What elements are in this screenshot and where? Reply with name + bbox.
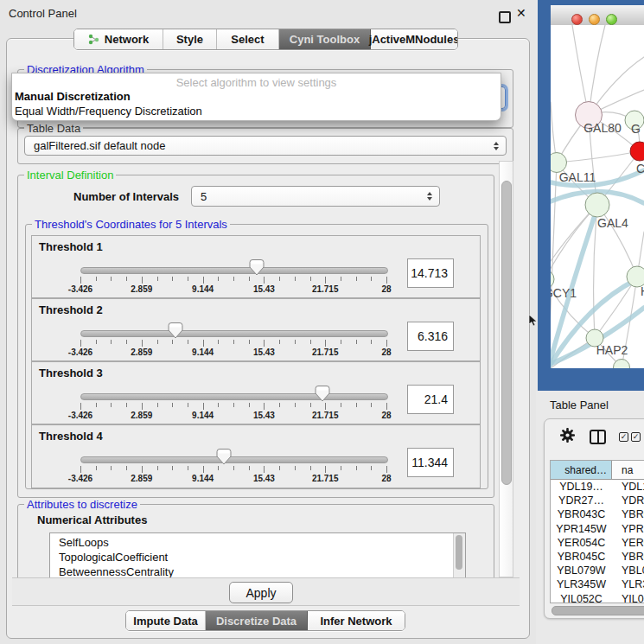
cell-shared-name[interactable]: YLR345W <box>551 578 612 590</box>
threshold-value-field[interactable]: 21.4 <box>407 385 454 414</box>
cell-name[interactable]: YER0 <box>612 537 644 549</box>
panel-scrollbar[interactable] <box>499 161 513 577</box>
table-data-combobox[interactable]: galFiltered.sif default node <box>24 136 507 156</box>
tick-label: 2.859 <box>116 474 168 483</box>
tab-style[interactable]: Style <box>163 29 217 49</box>
column-header-name[interactable]: na <box>612 461 644 479</box>
slider-track[interactable] <box>80 267 388 274</box>
scrollbar-thumb[interactable] <box>552 606 644 615</box>
zoom-traffic-light[interactable] <box>606 14 617 25</box>
cell-shared-name[interactable]: YDL19… <box>551 481 612 493</box>
table-row[interactable]: YBL079WYBL0 <box>551 564 644 577</box>
tick-label: 21.715 <box>299 411 351 420</box>
cell-shared-name[interactable]: YPR145W <box>551 523 612 535</box>
split-view-icon[interactable] <box>590 430 606 444</box>
apply-button[interactable]: Apply <box>229 582 293 603</box>
gear-icon[interactable] <box>559 427 576 443</box>
network-view-window: GAL80GCGAL11GAL4GCY1HHAP2 <box>538 0 644 391</box>
tick-label: 21.715 <box>299 348 351 357</box>
list-item[interactable]: SelfLoops <box>59 536 109 551</box>
close-traffic-light[interactable] <box>571 14 583 25</box>
tab-select[interactable]: Select <box>217 29 279 49</box>
network-canvas[interactable]: GAL80GCGAL11GAL4GCY1HHAP2 <box>551 25 644 368</box>
slider-tick <box>279 466 280 470</box>
slider-tick <box>249 340 250 344</box>
network-window-titlebar[interactable] <box>551 5 644 26</box>
threshold-value-field[interactable]: 6.316 <box>407 322 454 351</box>
float-window-icon[interactable] <box>499 11 511 23</box>
table-row[interactable]: YDL19…YDL1 <box>551 480 644 494</box>
slider-tick <box>172 340 173 344</box>
scrollbar-thumb[interactable] <box>456 535 462 570</box>
threshold-value-field[interactable]: 11.344 <box>407 448 454 477</box>
slider-thumb[interactable] <box>168 322 183 339</box>
slider-track[interactable] <box>80 393 388 400</box>
cell-name[interactable]: YPR1 <box>612 523 644 535</box>
minimize-traffic-light[interactable] <box>589 14 600 25</box>
spinner-arrows-icon <box>494 142 499 150</box>
tab-network[interactable]: Network <box>74 29 163 49</box>
slider-tick <box>325 340 326 347</box>
table-row[interactable]: YPR145WYPR1 <box>551 522 644 536</box>
slider-track[interactable] <box>80 456 388 463</box>
table-hscrollbar[interactable] <box>552 606 644 614</box>
cell-name[interactable]: YDL1 <box>612 481 644 493</box>
table-header-row: shared… na <box>551 461 644 480</box>
number-of-intervals-combobox[interactable]: 5 <box>191 186 440 207</box>
slider-track[interactable] <box>80 330 388 337</box>
table-row[interactable]: YBR045CYBR0 <box>551 550 644 564</box>
network-node-gal4[interactable] <box>585 193 609 217</box>
slider-tick <box>249 403 250 407</box>
tick-label: 28 <box>360 348 412 357</box>
group-title: Attributes to discretize <box>24 498 140 511</box>
cell-name[interactable]: YBL0 <box>612 564 644 577</box>
tab-label: Style <box>176 33 203 46</box>
tab-impute-data[interactable]: Impute Data <box>126 611 206 630</box>
tab-cyni-toolbox[interactable]: Cyni Toolbox <box>279 29 371 49</box>
tab-label: Select <box>231 33 264 46</box>
list-item[interactable]: TopologicalCoefficient <box>59 551 168 565</box>
cell-name[interactable]: YBR0 <box>612 508 644 520</box>
slider-tick <box>233 466 234 470</box>
tab-discretize-data[interactable]: Discretize Data <box>206 611 308 630</box>
attribute-list[interactable]: SelfLoopsTopologicalCoefficientBetweenne… <box>49 532 466 577</box>
cell-name[interactable]: YIL0 <box>612 593 644 603</box>
threshold-value-field[interactable]: 14.713 <box>407 258 454 288</box>
cell-name[interactable]: YDR2 <box>612 494 644 507</box>
network-node[interactable] <box>614 360 630 369</box>
slider-tick <box>325 277 326 284</box>
cell-shared-name[interactable]: YER054C <box>551 537 612 549</box>
table-row[interactable]: YIL052CYIL0 <box>551 592 644 604</box>
slider-thumb[interactable] <box>249 259 265 276</box>
cell-shared-name[interactable]: YDR27… <box>551 494 612 507</box>
slider-tick <box>325 403 326 410</box>
list-scrollbar[interactable] <box>453 533 465 577</box>
dropdown-option[interactable]: Equal Width/Frequency Discretization <box>15 105 498 118</box>
close-icon[interactable]: ✕ <box>516 6 526 20</box>
list-item[interactable]: BetweennessCentrality <box>59 565 174 577</box>
cell-shared-name[interactable]: YIL052C <box>551 593 612 603</box>
column-header-shared-name[interactable]: shared… <box>551 461 612 479</box>
table-row[interactable]: YBR043CYBR0 <box>551 507 644 521</box>
cell-name[interactable]: YBR0 <box>612 551 644 563</box>
table-row[interactable]: YLR345WYLR3 <box>551 577 644 591</box>
slider-tick <box>371 340 372 344</box>
tab-jactivemnodules[interactable]: jActiveMNodules <box>371 29 457 49</box>
dropdown-option[interactable]: Manual Discretization <box>15 90 498 104</box>
cell-name[interactable]: YLR3 <box>612 578 644 590</box>
tab-label: Infer Network <box>320 615 392 628</box>
slider-thumb[interactable] <box>216 449 232 465</box>
tab-infer-network[interactable]: Infer Network <box>308 611 405 630</box>
cell-shared-name[interactable]: YBR043C <box>551 508 612 520</box>
cell-shared-name[interactable]: YBR045C <box>551 551 612 563</box>
numerical-attributes-label: Numerical Attributes <box>37 513 147 526</box>
cell-shared-name[interactable]: YBL079W <box>551 564 612 577</box>
group-title: Table Data <box>24 122 83 135</box>
scrollbar-thumb[interactable] <box>501 181 512 485</box>
table-panel-title: Table Panel <box>550 399 609 411</box>
table-row[interactable]: YDR27…YDR2 <box>551 494 644 507</box>
slider-thumb[interactable] <box>315 386 330 402</box>
table-row[interactable]: YER054CYER0 <box>551 536 644 550</box>
checkbox-checked-icon[interactable] <box>619 432 628 442</box>
checkbox-checked-icon[interactable] <box>631 432 641 442</box>
